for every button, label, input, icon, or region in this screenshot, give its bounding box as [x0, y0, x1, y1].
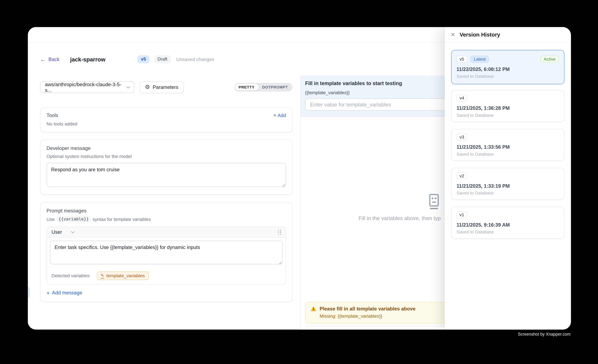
gear-icon: ⚙ — [145, 84, 150, 90]
version-card-v4[interactable]: v4 11/21/2025, 1:36:28 PM Saved to Datab… — [451, 90, 565, 122]
version-card-v3[interactable]: v3 11/21/2025, 1:33:56 PM Saved to Datab… — [451, 129, 565, 161]
watermark-text: Screenshot by Xnapper.com — [518, 332, 571, 336]
version-number-badge: v2 — [457, 172, 467, 179]
role-selector[interactable]: User — [51, 229, 75, 235]
warning-title: Please fill in all template variables ab… — [320, 306, 415, 312]
hint-prefix: Use — [47, 216, 55, 222]
version-date: 11/21/2025, 1:36:28 PM — [457, 105, 559, 111]
unsaved-changes-text: Unsaved changes — [176, 57, 214, 62]
developer-message-input[interactable]: Respond as you are tom cruise — [47, 163, 286, 187]
version-status: Saved to Database — [457, 191, 559, 195]
template-variable-chip[interactable]: ✎ template_variables — [97, 272, 149, 280]
variable-syntax-chip: {{variable}} — [57, 216, 91, 222]
detected-variables-row: Detected variables: ✎ template_variables — [47, 269, 286, 284]
pencil-icon: ✎ — [100, 273, 104, 278]
screenshot-stage: ← Back jack-sparrow v5 Draft Unsaved cha… — [0, 0, 598, 364]
detected-variables-label: Detected variables: — [51, 273, 91, 278]
version-date: 11/22/2025, 6:08:12 PM — [457, 66, 559, 72]
version-card-v2[interactable]: v2 11/21/2025, 1:33:19 PM Saved to Datab… — [451, 168, 565, 200]
plus-icon: + — [47, 290, 50, 295]
prompt-messages-title: Prompt messages — [47, 208, 286, 214]
developer-message-title: Developer message — [47, 145, 286, 151]
user-message-input[interactable]: Enter task specifics. Use {{template_var… — [50, 241, 283, 264]
format-toggle: PRETTY DOTPROMPT — [234, 83, 292, 92]
parameters-label: Parameters — [153, 84, 178, 90]
prompt-messages-section: Prompt messages Use {{variable}} syntax … — [40, 202, 293, 302]
latest-badge: Latest — [470, 56, 489, 63]
message-block: User Enter task specifics. U — [47, 227, 286, 285]
model-selector-value: aws/anthropic/bedrock-claude-3-5-s... — [45, 82, 126, 93]
role-value: User — [51, 229, 62, 235]
version-list: v5 Latest Active 11/22/2025, 6:08:12 PM … — [445, 43, 571, 253]
back-button[interactable]: ← Back — [40, 56, 59, 62]
tools-section: Tools + Add No tools added — [40, 108, 293, 132]
version-number-badge: v1 — [457, 211, 467, 218]
version-status: Saved to Database — [457, 113, 559, 118]
back-arrow-icon: ← — [40, 56, 46, 62]
add-message-button[interactable]: + Add message — [47, 290, 286, 296]
drag-handle-icon[interactable] — [278, 229, 281, 235]
toggle-option-pretty[interactable]: PRETTY — [235, 84, 258, 90]
message-header: User — [47, 227, 286, 238]
chevron-down-icon — [71, 231, 75, 233]
bot-face-icon — [427, 194, 441, 210]
version-number-badge: v3 — [457, 133, 467, 141]
version-date: 11/21/2025, 9:16:39 AM — [457, 222, 559, 228]
add-tool-button[interactable]: + Add — [273, 113, 286, 118]
tools-title: Tools — [47, 113, 58, 118]
close-icon[interactable]: × — [451, 31, 455, 38]
version-number-badge: v5 — [457, 56, 467, 63]
add-tool-label: Add — [278, 113, 286, 118]
back-label: Back — [48, 56, 59, 62]
version-card-v5[interactable]: v5 Latest Active 11/22/2025, 6:08:12 PM … — [451, 50, 565, 84]
model-selector[interactable]: aws/anthropic/bedrock-claude-3-5-s... — [40, 81, 134, 93]
active-badge: Active — [540, 56, 559, 63]
tools-empty-text: No tools added — [47, 121, 286, 126]
draft-badge: Draft — [154, 55, 171, 63]
version-status: Saved to Database — [457, 74, 559, 79]
version-card-v1[interactable]: v1 11/21/2025, 9:16:39 AM Saved to Datab… — [451, 207, 565, 239]
developer-message-section: Developer message Optional system instru… — [40, 140, 293, 195]
prompt-editor-column: aws/anthropic/bedrock-claude-3-5-s... ⚙ … — [28, 75, 300, 330]
version-history-panel: × Version History v5 Latest Active 11/22… — [445, 27, 571, 330]
prompt-messages-hint: Use {{variable}} syntax for template var… — [47, 216, 286, 222]
template-variable-name: template_variables — [106, 273, 145, 278]
add-message-label: Add message — [52, 290, 82, 296]
toggle-option-dotprompt[interactable]: DOTPROMPT — [258, 84, 292, 90]
chevron-down-icon — [126, 86, 130, 88]
version-history-header: × Version History — [445, 27, 571, 43]
plus-icon: + — [273, 112, 276, 118]
version-date: 11/21/2025, 1:33:56 PM — [457, 144, 559, 150]
version-badge: v5 — [137, 55, 149, 63]
warning-icon — [311, 306, 316, 311]
parameters-button[interactable]: ⚙ Parameters — [140, 81, 184, 93]
model-toolbar: aws/anthropic/bedrock-claude-3-5-s... ⚙ … — [40, 81, 293, 93]
version-number-badge: v4 — [457, 95, 467, 101]
hint-suffix: syntax for template variables — [92, 216, 151, 222]
developer-message-subtitle: Optional system instructions for the mod… — [47, 154, 286, 159]
version-date: 11/21/2025, 1:33:19 PM — [457, 183, 559, 189]
page-title: jack-sparrow — [70, 56, 106, 63]
version-status: Saved to Database — [457, 152, 559, 157]
version-history-title: Version History — [460, 32, 500, 38]
version-status: Saved to Database — [457, 230, 559, 234]
edge-tab[interactable] — [28, 287, 30, 298]
